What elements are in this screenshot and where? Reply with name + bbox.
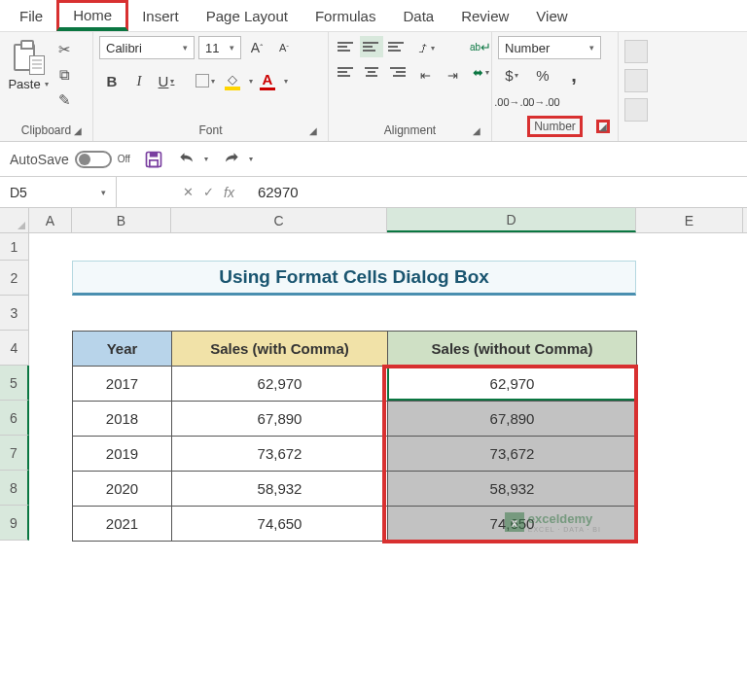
cut-button[interactable]: ✂	[54, 40, 74, 59]
row-header-7[interactable]: 7	[0, 436, 29, 471]
accounting-format-button[interactable]: $▾	[498, 63, 525, 87]
row-header-5[interactable]: 5	[0, 366, 29, 401]
cell-with[interactable]: 62,970	[172, 367, 388, 402]
fill-color-button[interactable]: ◇	[220, 69, 245, 92]
tab-file[interactable]: File	[6, 4, 56, 28]
header-with-comma[interactable]: Sales (with Comma)	[172, 332, 388, 367]
increase-indent-button[interactable]: ⇥	[440, 63, 465, 87]
align-middle-button[interactable]	[360, 36, 383, 57]
row-header-3[interactable]: 3	[0, 296, 29, 331]
spreadsheet: A B C D E 1 2 3 4 5 6 7 8 9 Using Format…	[0, 208, 747, 541]
tab-formulas[interactable]: Formulas	[302, 4, 390, 28]
data-table: Year Sales (with Comma) Sales (without C…	[72, 331, 637, 542]
font-color-button[interactable]: A	[255, 69, 280, 92]
col-header-A[interactable]: A	[29, 208, 72, 232]
decrease-indent-button[interactable]: ⇤	[412, 63, 438, 87]
align-left-button[interactable]	[335, 61, 358, 83]
sheet-title[interactable]: Using Format Cells Dialog Box	[72, 261, 636, 296]
align-center-button[interactable]	[360, 61, 383, 83]
tab-review[interactable]: Review	[447, 4, 522, 28]
align-right-button[interactable]	[385, 61, 409, 83]
border-button[interactable]: ▾	[193, 69, 218, 92]
comma-format-button[interactable]: ,	[560, 63, 587, 87]
conditional-formatting-button[interactable]	[624, 40, 648, 63]
font-launcher[interactable]: ◢	[306, 123, 320, 137]
undo-button[interactable]: ▾	[177, 150, 208, 169]
col-header-C[interactable]: C	[171, 208, 387, 232]
number-format-select[interactable]: Number▾	[498, 36, 601, 59]
cell-grid[interactable]: Using Format Cells Dialog Box Year Sales…	[29, 233, 747, 541]
tab-view[interactable]: View	[522, 4, 581, 28]
cell-year[interactable]: 2018	[73, 402, 172, 437]
col-header-D[interactable]: D	[387, 208, 636, 232]
increase-font-button[interactable]: Aˆ	[245, 36, 268, 59]
font-group-label: Font	[198, 123, 222, 137]
cell-year[interactable]: 2020	[73, 472, 172, 507]
quick-access-toolbar: AutoSave Off ▾ ▾	[0, 142, 747, 177]
merge-button[interactable]: ⬌▾	[469, 61, 492, 83]
cell-year[interactable]: 2021	[73, 507, 172, 542]
decrease-font-button[interactable]: Aˇ	[272, 36, 296, 59]
autosave-toggle[interactable]: AutoSave Off	[10, 151, 130, 168]
cell-with[interactable]: 74,650	[172, 507, 388, 542]
cell-year[interactable]: 2017	[73, 367, 172, 402]
redo-button[interactable]: ▾	[222, 150, 253, 169]
row-header-8[interactable]: 8	[0, 471, 29, 506]
header-without-comma[interactable]: Sales (without Comma)	[388, 332, 637, 367]
copy-button[interactable]: ⧉	[54, 65, 74, 85]
clipboard-launcher[interactable]: ◢	[71, 123, 85, 137]
insert-function-button[interactable]: fx	[224, 185, 234, 200]
increase-decimal-button[interactable]: .00→.0	[498, 90, 525, 114]
alignment-launcher[interactable]: ◢	[470, 123, 483, 137]
row-header-9[interactable]: 9	[0, 506, 29, 541]
number-launcher[interactable]: ◢	[596, 120, 610, 133]
font-name-select[interactable]: Calibri▾	[99, 36, 195, 59]
tab-data[interactable]: Data	[389, 4, 447, 28]
svg-rect-1	[150, 152, 158, 157]
wrap-text-button[interactable]: ab↵	[469, 36, 492, 57]
cell-without[interactable]: 58,932	[388, 472, 637, 507]
row-header-1[interactable]: 1	[0, 233, 29, 261]
header-year[interactable]: Year	[73, 332, 172, 367]
formula-bar: D5▾ ✕ ✓ fx 62970	[0, 177, 747, 208]
cell-without[interactable]: 67,890	[388, 402, 637, 437]
cell-with[interactable]: 58,932	[172, 472, 388, 507]
tab-page-layout[interactable]: Page Layout	[193, 4, 302, 28]
enter-formula-button[interactable]: ✓	[203, 185, 214, 199]
underline-button[interactable]: U▾	[154, 69, 179, 92]
format-painter-button[interactable]: ✎	[54, 90, 74, 110]
cancel-formula-button[interactable]: ✕	[183, 185, 194, 199]
name-box[interactable]: D5▾	[0, 177, 117, 207]
select-all-corner[interactable]	[0, 208, 29, 232]
ribbon: Paste▾ ✂ ⧉ ✎ Clipboard◢ Calibri▾ 11▾ Aˆ …	[0, 31, 747, 142]
cell-year[interactable]: 2019	[73, 437, 172, 472]
align-bottom-button[interactable]	[385, 36, 409, 57]
bold-button[interactable]: B	[99, 69, 124, 92]
cell-with[interactable]: 73,672	[172, 437, 388, 472]
watermark: x exceldemyEXCEL · DATA · BI	[505, 511, 601, 533]
orientation-button[interactable]: ⭜▾	[412, 36, 438, 59]
save-button[interactable]	[144, 150, 163, 169]
decrease-decimal-button[interactable]: .0→.00	[529, 90, 556, 114]
percent-format-button[interactable]: %	[529, 63, 556, 87]
row-header-2[interactable]: 2	[0, 261, 29, 296]
cell-without[interactable]: 73,672	[388, 437, 637, 472]
col-header-B[interactable]: B	[72, 208, 171, 232]
row-header-6[interactable]: 6	[0, 401, 29, 436]
cell-styles-button[interactable]	[624, 98, 648, 122]
align-top-button[interactable]	[335, 36, 358, 57]
row-header-4[interactable]: 4	[0, 331, 29, 366]
ribbon-tabs: File Home Insert Page Layout Formulas Da…	[0, 0, 747, 31]
clipboard-icon	[12, 36, 45, 75]
italic-button[interactable]: I	[126, 69, 152, 92]
cell-without[interactable]: 62,970	[388, 367, 637, 402]
formula-input[interactable]: 62970	[244, 184, 747, 200]
clipboard-group-label: Clipboard	[21, 123, 71, 137]
tab-home[interactable]: Home	[56, 0, 128, 31]
paste-button[interactable]: Paste▾	[6, 36, 51, 91]
col-header-E[interactable]: E	[636, 208, 743, 232]
font-size-select[interactable]: 11▾	[198, 36, 241, 59]
format-table-button[interactable]	[624, 69, 648, 92]
tab-insert[interactable]: Insert	[128, 4, 193, 28]
cell-with[interactable]: 67,890	[172, 402, 388, 437]
